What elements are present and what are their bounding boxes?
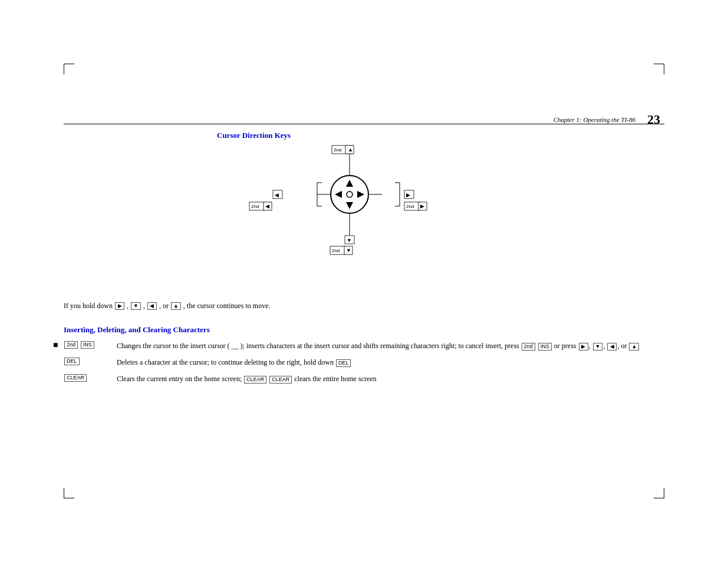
key-ins: INS xyxy=(81,341,94,349)
or-text: or xyxy=(163,300,169,312)
key-r1: ▶ xyxy=(579,343,588,351)
key-l1: ◀ xyxy=(607,343,617,351)
comma4: , xyxy=(183,300,185,312)
comma1: , xyxy=(127,300,129,312)
diagram-svg: 2nd ▲ xyxy=(182,144,547,292)
svg-text:2nd: 2nd xyxy=(332,248,340,253)
key-d1: ▼ xyxy=(593,343,603,351)
comma3: , xyxy=(159,300,161,312)
header-line xyxy=(64,124,664,124)
svg-text:◀: ◀ xyxy=(275,192,279,198)
key-clear-b1: CLEAR xyxy=(244,376,266,384)
para-text-after: the cursor continues to move. xyxy=(187,300,271,312)
desc-clear: Clears the current entry on the home scr… xyxy=(117,373,664,384)
key-right-inline: ▶ xyxy=(115,302,124,310)
hold-down-paragraph: If you hold down ▶, ▼, ◀, or ▲, the curs… xyxy=(64,300,664,312)
cursor-diagram: 2nd ▲ xyxy=(182,144,547,292)
para-text-before: If you hold down xyxy=(64,300,113,312)
key-2nd-b: 2nd xyxy=(522,343,535,351)
svg-text:2nd: 2nd xyxy=(334,147,341,153)
corner-tl-v xyxy=(64,64,64,74)
table-row-ins: 2nd INS Changes the cursor to the insert… xyxy=(64,340,664,351)
corner-tl-h xyxy=(64,64,74,64)
header: Chapter 1: Operating the TI-86 23 xyxy=(554,112,660,127)
key-left-inline: ◀ xyxy=(147,302,157,310)
key-table-area: ■ 2nd INS Changes the cursor to the inse… xyxy=(64,340,664,390)
svg-text:▶: ▶ xyxy=(406,192,410,198)
svg-text:2nd: 2nd xyxy=(406,204,414,209)
key-del: DEL xyxy=(64,358,80,365)
insert-section-heading-wrapper: Inserting, Deleting, and Clearing Charac… xyxy=(64,324,210,335)
svg-point-15 xyxy=(347,191,353,197)
desc-ins: Changes the cursor to the insert cursor … xyxy=(117,340,664,351)
key-down-inline: ▼ xyxy=(131,302,141,310)
svg-text:▲: ▲ xyxy=(348,147,353,153)
key-2nd-ins: 2nd xyxy=(64,341,78,349)
comma2: , xyxy=(143,300,145,312)
content-area: Cursor Direction Keys 2nd ▲ xyxy=(64,130,664,498)
svg-text:◀: ◀ xyxy=(265,203,269,209)
page: Chapter 1: Operating the TI-86 23 Cursor… xyxy=(0,0,728,562)
table-row-clear: CLEAR Clears the current entry on the ho… xyxy=(64,373,664,384)
page-number: 23 xyxy=(647,112,660,127)
table-row-del: DEL Deletes a character at the cursor; t… xyxy=(64,357,664,368)
key-clear-b2: CLEAR xyxy=(269,376,292,384)
bullet-square: ■ xyxy=(53,340,58,350)
svg-text:▼: ▼ xyxy=(346,247,351,253)
key-u1: ▲ xyxy=(629,343,639,351)
key-cell-del: DEL xyxy=(64,357,117,365)
cursor-section-heading: Cursor Direction Keys xyxy=(217,130,291,140)
desc-del: Deletes a character at the cursor; to co… xyxy=(117,357,664,368)
corner-tr-h xyxy=(654,64,664,64)
key-up-inline: ▲ xyxy=(171,302,181,310)
svg-text:▼: ▼ xyxy=(347,237,352,243)
key-ins-b: INS xyxy=(538,343,552,351)
key-cell-clear: CLEAR xyxy=(64,373,117,382)
key-clear: CLEAR xyxy=(64,374,87,382)
svg-text:2nd: 2nd xyxy=(251,204,259,209)
key-del-b: DEL xyxy=(336,359,351,367)
key-cell-ins: 2nd INS xyxy=(64,340,117,349)
corner-tr-v xyxy=(664,64,664,74)
svg-text:▶: ▶ xyxy=(420,203,424,209)
chapter-label: Chapter 1: Operating the TI-86 xyxy=(554,116,635,123)
